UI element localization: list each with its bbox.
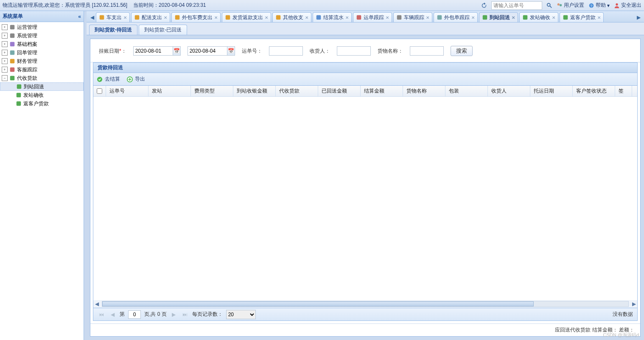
collapse-icon[interactable]: − (2, 75, 8, 81)
date-to-field[interactable]: 📅 (188, 46, 235, 56)
collapse-icon[interactable]: « (78, 14, 81, 20)
main-tab[interactable]: 到站回送✕ (479, 12, 518, 22)
page-first[interactable]: ⏮ (98, 311, 105, 318)
hscroll-track[interactable] (102, 301, 629, 307)
expand-icon[interactable]: + (2, 58, 8, 64)
settle-button[interactable]: 去结算 (97, 76, 120, 83)
column-header[interactable]: 货物名称 (403, 86, 445, 96)
expand-icon[interactable]: + (2, 41, 8, 47)
search-icon[interactable] (546, 3, 552, 8)
column-header[interactable]: 发站 (148, 86, 191, 96)
close-icon[interactable]: ✕ (386, 15, 389, 20)
expand-icon[interactable]: + (2, 67, 8, 73)
grid-hscroll[interactable]: ◀ ▶ (93, 300, 637, 308)
page-prev[interactable]: ◀ (109, 311, 116, 318)
select-all-cell[interactable] (93, 86, 106, 96)
close-icon[interactable]: ✕ (164, 15, 167, 20)
track-icon (356, 14, 362, 20)
expand-icon[interactable]: + (2, 24, 8, 30)
close-icon[interactable]: ✕ (214, 15, 218, 20)
tree-node[interactable]: −代收货款 (0, 74, 84, 82)
calendar-icon[interactable]: 📅 (227, 47, 235, 55)
help-button[interactable]: ?帮助▾ (588, 2, 610, 9)
main-tab[interactable]: 配送支出✕ (131, 12, 170, 22)
money-icon (9, 58, 16, 65)
close-icon[interactable]: ✕ (265, 15, 268, 20)
tabs-scroll-left[interactable]: ◀ (88, 13, 96, 22)
logout-button[interactable]: 安全退出 (614, 2, 641, 9)
expand-icon[interactable]: + (2, 33, 8, 39)
svg-point-2 (557, 3, 560, 5)
refresh-icon[interactable] (481, 3, 487, 8)
main-tab[interactable]: 车支出✕ (96, 12, 130, 22)
main-tab[interactable]: 运单跟踪✕ (353, 12, 392, 22)
close-icon[interactable]: ✕ (552, 15, 555, 20)
expand-icon[interactable]: + (2, 50, 8, 56)
column-header[interactable]: 已回送金额 (318, 86, 361, 96)
date-from-input[interactable] (134, 47, 173, 55)
tab-label: 到站回送 (490, 14, 510, 21)
tabs-scroll-right[interactable]: ▶ (635, 13, 642, 22)
user-settings-button[interactable]: 用户设置 (557, 2, 584, 9)
tree-child[interactable]: 发站确收 (0, 91, 84, 99)
close-icon[interactable]: ✕ (512, 15, 515, 20)
consignee-input[interactable] (337, 46, 371, 56)
column-header[interactable]: 运单号 (106, 86, 148, 96)
tree-node[interactable]: +回单管理 (0, 48, 84, 57)
date-label-text: 挂账日期 (99, 48, 119, 54)
hscroll-right[interactable]: ▶ (630, 301, 637, 307)
tree-child[interactable]: 返客户货款 (0, 99, 84, 108)
close-icon[interactable]: ✕ (345, 15, 349, 20)
page-input[interactable] (128, 310, 141, 319)
column-header[interactable]: 收货人 (488, 86, 530, 96)
sub-tab[interactable]: 到站货款-待回送 (89, 25, 137, 35)
column-header[interactable]: 客户签收状态 (573, 86, 615, 96)
hscroll-left[interactable]: ◀ (93, 301, 100, 307)
yen-icon (15, 100, 22, 107)
main-tab[interactable]: 外包单跟踪✕ (434, 12, 478, 22)
column-header[interactable]: 结算金额 (361, 86, 403, 96)
calendar-icon[interactable]: 📅 (173, 47, 180, 55)
close-icon[interactable]: ✕ (305, 15, 308, 20)
page-next[interactable]: ▶ (170, 311, 178, 318)
main-tab[interactable]: 发站确收✕ (519, 12, 558, 22)
no-data-text: 没有数据 (613, 311, 633, 318)
main-tab[interactable]: 车辆跟踪✕ (393, 12, 432, 22)
column-header[interactable]: 托运日期 (530, 86, 573, 96)
close-icon[interactable]: ✕ (471, 15, 475, 20)
tree-child[interactable]: 到站回送 (0, 82, 84, 91)
tree-node[interactable]: +基础档案 (0, 40, 84, 48)
main-tab[interactable]: 其他收支✕ (272, 12, 311, 22)
search-button[interactable]: 搜索 (451, 46, 473, 56)
sub-tab[interactable]: 到站货款-已回送 (139, 25, 187, 35)
close-icon[interactable]: ✕ (426, 15, 429, 20)
column-header[interactable]: 到站收银金额 (233, 86, 276, 96)
column-header[interactable]: 费用类型 (191, 86, 233, 96)
tree-node[interactable]: +运营管理 (0, 23, 84, 31)
main-tab[interactable]: 返客户货款✕ (560, 12, 604, 22)
column-header[interactable]: 签 (615, 86, 632, 96)
money-icon (174, 14, 180, 20)
close-icon[interactable]: ✕ (597, 15, 601, 20)
main-tab[interactable]: 外包车费支出✕ (171, 12, 221, 22)
goods-input[interactable] (410, 46, 444, 56)
column-header[interactable]: 包装 (445, 86, 488, 96)
wrench-icon (9, 41, 16, 48)
date-to-input[interactable] (188, 47, 227, 55)
tree-node[interactable]: +客服跟踪 (0, 65, 84, 74)
svg-rect-8 (10, 34, 15, 38)
date-from-field[interactable]: 📅 (133, 46, 181, 56)
export-button[interactable]: 导出 (127, 76, 145, 83)
tree-node[interactable]: +财务管理 (0, 57, 84, 65)
search-input[interactable] (491, 1, 542, 10)
main-tab[interactable]: 结算流水✕ (313, 12, 352, 22)
close-icon[interactable]: ✕ (123, 15, 127, 20)
page-last[interactable]: ⏭ (181, 311, 189, 318)
main-tab[interactable]: 发货返款支出✕ (222, 12, 271, 22)
select-all-checkbox[interactable] (97, 88, 102, 94)
tree-node[interactable]: +系统管理 (0, 31, 84, 40)
per-page-select[interactable]: 20 (226, 310, 256, 319)
column-header[interactable]: 代收货款 (276, 86, 318, 96)
hscroll-thumb[interactable] (102, 301, 534, 306)
waybill-input[interactable] (269, 46, 303, 56)
